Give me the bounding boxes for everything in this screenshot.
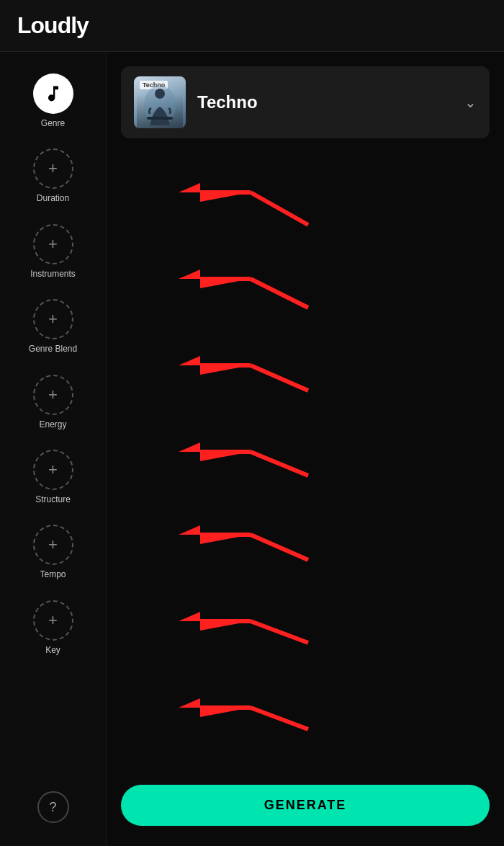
content-spacer — [121, 144, 490, 773]
energy-label: Energy — [39, 419, 66, 429]
instruments-plus-icon: + — [48, 236, 58, 252]
genre-name-label: Techno — [197, 92, 453, 112]
energy-icon-circle: + — [33, 375, 73, 415]
generate-section: GENERATE — [121, 773, 490, 832]
question-mark-icon: ? — [49, 800, 56, 815]
sidebar-item-structure[interactable]: + Structure — [0, 440, 106, 515]
genre-label: Genre — [41, 118, 65, 128]
svg-rect-23 — [147, 117, 173, 120]
sidebar-item-genre[interactable]: Genre — [0, 63, 106, 138]
sidebar-item-instruments[interactable]: + Instruments — [0, 214, 106, 289]
genre-thumbnail: Techno — [134, 76, 186, 128]
structure-label: Structure — [35, 494, 71, 504]
key-plus-icon: + — [48, 613, 58, 628]
tempo-label: Tempo — [40, 569, 66, 579]
tempo-plus-icon: + — [48, 537, 58, 553]
sidebar-bottom: ? — [0, 780, 106, 834]
duration-plus-icon: + — [48, 161, 58, 177]
genre-icon-circle — [33, 74, 73, 114]
music-note-icon — [43, 84, 63, 104]
instruments-icon-circle: + — [33, 224, 73, 264]
sidebar-item-energy[interactable]: + Energy — [0, 365, 106, 440]
generate-button[interactable]: GENERATE — [121, 785, 490, 826]
key-label: Key — [45, 645, 60, 655]
duration-icon-circle: + — [33, 148, 73, 189]
sidebar-item-key[interactable]: + Key — [0, 590, 106, 665]
help-button[interactable]: ? — [37, 791, 69, 823]
key-icon-circle: + — [33, 600, 73, 641]
duration-label: Duration — [37, 193, 69, 203]
app-logo: Loudly — [17, 12, 89, 39]
sidebar-item-genre-blend[interactable]: + Genre Blend — [0, 289, 106, 364]
instruments-label: Instruments — [30, 269, 76, 279]
genre-blend-plus-icon: + — [48, 311, 58, 327]
main-container: Genre + Duration + Instruments + Genre B… — [0, 52, 504, 846]
structure-plus-icon: + — [48, 462, 58, 478]
content-area: Techno Techno ⌄ — [107, 52, 504, 846]
genre-blend-label: Genre Blend — [29, 344, 77, 354]
genre-selector-card[interactable]: Techno Techno ⌄ — [121, 66, 490, 138]
genre-dropdown-chevron: ⌄ — [464, 94, 477, 111]
sidebar-item-tempo[interactable]: + Tempo — [0, 515, 106, 589]
sidebar-item-duration[interactable]: + Duration — [0, 138, 106, 213]
sidebar: Genre + Duration + Instruments + Genre B… — [0, 52, 107, 846]
person-figure-icon — [143, 84, 177, 127]
energy-plus-icon: + — [48, 387, 58, 403]
tempo-icon-circle: + — [33, 525, 73, 565]
structure-icon-circle: + — [33, 450, 73, 490]
app-header: Loudly — [0, 0, 504, 52]
genre-blend-icon-circle: + — [33, 299, 73, 339]
svg-point-22 — [155, 89, 165, 99]
